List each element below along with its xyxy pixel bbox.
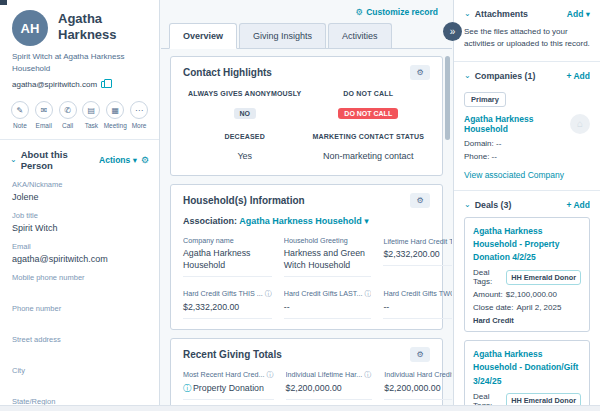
info-icon: ⓘ bbox=[183, 384, 191, 393]
giving-field[interactable]: Individual Lifetime Har...ⓘ $2,200,000.0… bbox=[286, 370, 373, 400]
deal-tag-badge: HH Emerald Donor bbox=[506, 270, 581, 285]
meeting-action[interactable]: ▦ Meeting bbox=[103, 101, 127, 129]
household-field[interactable]: Company name Agatha Harkness Household bbox=[183, 236, 272, 277]
company-item: Agatha Harkness Household Domain: -- Pho… bbox=[464, 114, 590, 161]
chevron-down-icon[interactable]: ⌄ bbox=[464, 10, 471, 18]
field-aka-nickname[interactable]: AKA/Nickname Jolene bbox=[12, 180, 147, 203]
customize-record-link[interactable]: ⚙ Customize record bbox=[356, 7, 438, 17]
more-icon: ⋯ bbox=[135, 106, 143, 115]
caret-down-icon: ▾ bbox=[364, 216, 369, 226]
deal-card: Agatha Harkness Household - Property Don… bbox=[464, 217, 590, 333]
companies-add-button[interactable]: + Add bbox=[566, 71, 590, 81]
deals-section: ⌄ Deals (3) + Add Agatha Harkness Househ… bbox=[454, 190, 600, 405]
field-state-region[interactable]: State/Region New Jersey ▾ bbox=[12, 397, 147, 405]
field-street-address[interactable]: Street address bbox=[12, 335, 147, 358]
field-city[interactable]: City bbox=[12, 366, 147, 389]
companies-title: Companies (1) bbox=[475, 71, 563, 81]
attachments-add-button[interactable]: Add ▾ bbox=[567, 9, 590, 19]
deal-tags-label: Deal Tags: bbox=[473, 392, 503, 405]
avatar: AH bbox=[12, 10, 48, 46]
gear-icon: ⚙ bbox=[416, 350, 423, 359]
household-field[interactable]: Household Greeting Harkness and Green Wi… bbox=[284, 236, 372, 277]
about-settings-gear-icon[interactable]: ⚙ bbox=[141, 155, 149, 165]
company-avatar: ⌂ bbox=[570, 114, 590, 134]
task-icon: ▤ bbox=[88, 106, 96, 115]
company-link[interactable]: Agatha Harkness Household bbox=[464, 114, 564, 134]
field-email[interactable]: Email agatha@spiritwitch.com bbox=[12, 242, 147, 265]
giving-field[interactable]: Individual Hard Credit ...ⓘ $2,200,000.0… bbox=[384, 370, 452, 400]
horizontal-scrollbar[interactable] bbox=[0, 405, 600, 411]
highlight-always-gives-anonymously: ALWAYS GIVES ANONYMOUSLY NO bbox=[183, 90, 307, 120]
association-link[interactable]: Agatha Harkness Household ▾ bbox=[239, 216, 369, 226]
view-associated-company-link[interactable]: View associated Company bbox=[464, 170, 590, 180]
more-action[interactable]: ⋯ More bbox=[127, 101, 151, 129]
attachments-description: See the files attached to your activitie… bbox=[464, 26, 590, 51]
gear-icon: ⚙ bbox=[416, 68, 423, 77]
contact-subtitle: Spirit Witch at Agatha Harkness Househol… bbox=[12, 51, 147, 75]
field-phone[interactable]: Phone number bbox=[12, 304, 147, 327]
collapse-sidebar-button[interactable]: » bbox=[443, 22, 462, 41]
giving-field[interactable]: Most Recent Hard Cred...ⓘ ⓘProperty Dona… bbox=[183, 370, 274, 400]
card-settings-button[interactable]: ⚙ bbox=[410, 347, 430, 362]
about-fields: AKA/Nickname Jolene Job title Spirit Wit… bbox=[0, 178, 159, 405]
field-mobile-phone[interactable]: Mobile phone number bbox=[12, 273, 147, 296]
household-field[interactable]: Lifetime Hard Credit To...ⓘ $2,332,200.0… bbox=[383, 236, 452, 277]
deal-credit-type: Hard Credit bbox=[473, 316, 581, 325]
association-label: Association: bbox=[183, 216, 237, 226]
caret-down-icon: ▾ bbox=[586, 9, 590, 19]
chevron-down-icon[interactable]: ⌄ bbox=[464, 201, 471, 209]
field-job-title[interactable]: Job title Spirit Witch bbox=[12, 211, 147, 234]
record-main-panel: ⚙ Customize record Overview Giving Insig… bbox=[161, 0, 452, 405]
card-title: Household(s) Information bbox=[183, 195, 305, 206]
task-action[interactable]: ▤ Task bbox=[79, 101, 103, 129]
contact-highlights-card: Contact Highlights ⚙ ALWAYS GIVES ANONYM… bbox=[170, 56, 443, 176]
chevron-down-icon[interactable]: ⌄ bbox=[10, 156, 17, 164]
associations-sidebar: ⌄ Attachments Add ▾ See the files attach… bbox=[453, 0, 600, 405]
attachments-section: ⌄ Attachments Add ▾ See the files attach… bbox=[454, 0, 600, 61]
tab-activities[interactable]: Activities bbox=[328, 23, 392, 48]
contact-sidebar: AH Agatha Harkness Spirit Witch at Agath… bbox=[0, 0, 160, 405]
do-not-call-badge: DO NOT CALL bbox=[338, 108, 398, 119]
deals-add-button[interactable]: + Add bbox=[566, 200, 590, 210]
call-action[interactable]: ✆ Call bbox=[56, 101, 80, 129]
card-title: Contact Highlights bbox=[183, 67, 272, 78]
gear-icon: ⚙ bbox=[356, 7, 364, 17]
window-corner bbox=[0, 0, 7, 5]
household-field[interactable]: Hard Credit Gifts THIS ...ⓘ $2,332,200.0… bbox=[183, 289, 272, 319]
note-icon: ✎ bbox=[17, 106, 24, 115]
close-date-label: Close date: bbox=[473, 303, 513, 312]
vertical-scrollbar[interactable] bbox=[445, 56, 450, 140]
copy-icon[interactable] bbox=[101, 81, 107, 88]
deal-link[interactable]: Agatha Harkness Household - Donation/Gif… bbox=[473, 348, 581, 388]
note-action[interactable]: ✎ Note bbox=[8, 101, 32, 129]
email-icon: ✉ bbox=[40, 106, 47, 115]
caret-down-icon: ▾ bbox=[133, 155, 137, 165]
contact-email[interactable]: agatha@spiritwitch.com bbox=[12, 80, 97, 89]
deal-tag-badge: HH Emerald Donor bbox=[506, 393, 581, 405]
highlight-do-not-call: DO NOT CALL DO NOT CALL bbox=[307, 90, 431, 120]
attachments-title: Attachments bbox=[475, 9, 563, 19]
email-action[interactable]: ✉ Email bbox=[32, 101, 56, 129]
contact-profile: AH Agatha Harkness Spirit Witch at Agath… bbox=[0, 0, 159, 89]
deal-link[interactable]: Agatha Harkness Household - Property Don… bbox=[473, 225, 581, 265]
card-settings-button[interactable]: ⚙ bbox=[410, 65, 430, 80]
household-information-card: Household(s) Information ⚙ Association: … bbox=[170, 184, 443, 330]
building-icon: ⌂ bbox=[577, 118, 583, 129]
companies-section: ⌄ Companies (1) + Add Primary Agatha Har… bbox=[454, 61, 600, 190]
info-icon: ⓘ bbox=[265, 289, 272, 299]
domain-label: Domain: bbox=[464, 139, 494, 148]
quick-actions: ✎ Note ✉ Email ✆ Call ▤ Task ▦ Meeting ⋯… bbox=[0, 89, 159, 135]
chevron-down-icon[interactable]: ⌄ bbox=[464, 72, 471, 80]
amount-label: Amount: bbox=[473, 290, 503, 299]
household-field[interactable]: Hard Credit Gifts LAST...ⓘ -- bbox=[284, 289, 372, 319]
card-settings-button[interactable]: ⚙ bbox=[410, 193, 430, 208]
deals-title: Deals (3) bbox=[475, 200, 563, 210]
tab-overview[interactable]: Overview bbox=[169, 23, 237, 49]
highlight-marketing-contact-status: MARKETING CONTACT STATUS Non-marketing c… bbox=[307, 133, 431, 163]
actions-dropdown[interactable]: Actions ▾ bbox=[99, 155, 137, 165]
household-field[interactable]: Hard Credit Gifts TWO ...ⓘ -- bbox=[383, 289, 452, 319]
info-icon: ⓘ bbox=[364, 289, 371, 299]
deal-card: Agatha Harkness Household - Donation/Gif… bbox=[464, 340, 590, 405]
call-icon: ✆ bbox=[64, 106, 71, 115]
tab-giving-insights[interactable]: Giving Insights bbox=[239, 23, 326, 48]
